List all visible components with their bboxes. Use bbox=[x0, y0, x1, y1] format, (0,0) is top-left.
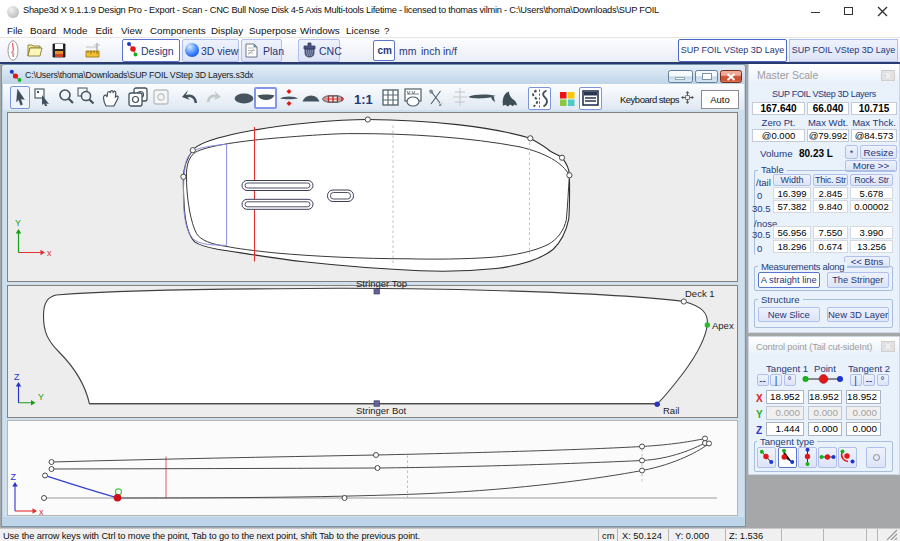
svg-text:x: x bbox=[47, 248, 52, 258]
svg-text:Z: Z bbox=[14, 372, 20, 382]
svg-text:Rail: Rail bbox=[663, 405, 679, 416]
svg-text:Stringer Bot: Stringer Bot bbox=[356, 405, 407, 416]
svg-text:Stringer Top: Stringer Top bbox=[356, 278, 407, 289]
svg-text:Z: Z bbox=[11, 472, 17, 482]
svg-text:Apex: Apex bbox=[712, 320, 734, 331]
svg-text:Y: Y bbox=[38, 392, 44, 402]
svg-text:Deck 1: Deck 1 bbox=[685, 288, 715, 299]
svg-text:x: x bbox=[39, 506, 44, 515]
svg-text:Y: Y bbox=[15, 218, 21, 228]
